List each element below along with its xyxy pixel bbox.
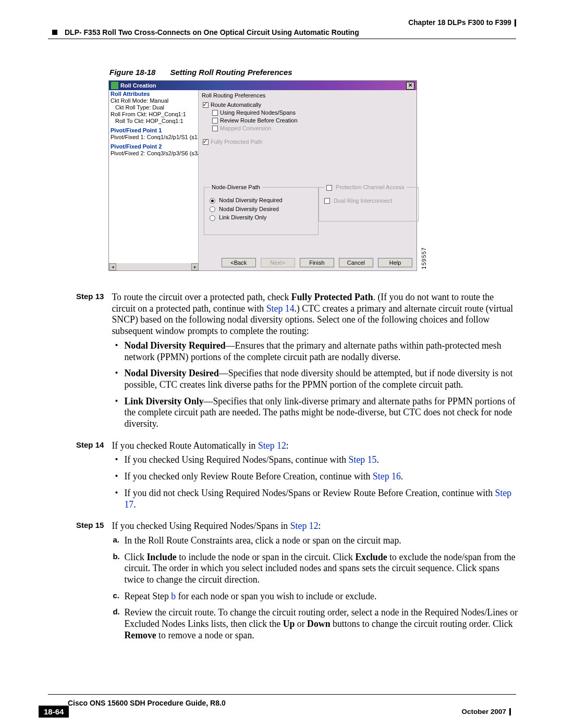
step-14-label: Step 14: [76, 440, 109, 450]
radio-icon[interactable]: [210, 215, 215, 221]
step-15-text: If you checked Using Required Nodes/Span…: [112, 521, 518, 646]
hscrollbar[interactable]: ◂ ▸: [109, 263, 199, 270]
step15-d: d.Review the circuit route. To change th…: [124, 607, 518, 641]
protection-channel-legend: Protection Channel Access: [324, 184, 407, 191]
radio-selected-icon[interactable]: [210, 198, 215, 204]
attr-from: Roll From Ckt: HOP_Conq1:1: [109, 111, 198, 118]
link-diversity-only[interactable]: Link Diversity Only: [210, 214, 313, 221]
link-step16[interactable]: Step 16: [373, 471, 401, 482]
link-step12[interactable]: Step 12: [258, 440, 286, 451]
dialog-title: Roll Creation: [120, 82, 406, 89]
dual-ring-interconnect: Dual Ring Interconnect: [324, 198, 413, 204]
radio-icon[interactable]: [210, 206, 215, 212]
header-rule: [48, 39, 516, 39]
next-button: Next>: [261, 258, 295, 267]
figure-caption: Figure 18-18Setting Roll Routing Prefere…: [109, 68, 292, 77]
using-required-nodes[interactable]: Using Required Nodes/Spans: [212, 109, 412, 116]
finish-button[interactable]: Finish: [300, 258, 334, 267]
scroll-right-icon[interactable]: ▸: [191, 263, 199, 270]
review-route[interactable]: Review Route Before Creation: [212, 117, 412, 124]
step14-bullet-1: If you checked Using Required Nodes/Span…: [124, 454, 518, 466]
prefs-head: Roll Routing Preferences: [202, 92, 412, 98]
roll-attributes-head: Roll Attributes: [109, 90, 198, 97]
checkbox-checked-icon[interactable]: [203, 102, 209, 108]
pivot1-head: Pivot/Fixed Point 1: [109, 127, 198, 134]
step13-bullet-3: Link Diversity Only—Specifies that only …: [124, 396, 518, 430]
attr-to: Roll To Ckt: HOP_Conq1:1: [109, 118, 198, 125]
help-button[interactable]: Help: [378, 258, 412, 267]
cancel-button[interactable]: Cancel: [339, 258, 373, 267]
step13-bullet-2: Nodal Diversity Desired—Specifies that n…: [124, 368, 518, 390]
step15-b: b.Click Include to include the node or s…: [124, 552, 518, 586]
fully-protected: Fully Protected Path: [203, 139, 412, 145]
scroll-left-icon[interactable]: ◂: [109, 263, 116, 270]
step-14-text: If you checked Route Automatically in St…: [112, 440, 518, 516]
roll-attributes-panel: Roll Attributes Ckt Roll Mode: Manual Ck…: [109, 90, 199, 270]
roll-creation-dialog: Roll Creation ✕ Roll Attributes Ckt Roll…: [108, 80, 417, 271]
link-step12-b[interactable]: Step 12: [290, 521, 319, 531]
mapped-conversion: Mapped Conversion: [212, 125, 412, 131]
app-icon: [111, 82, 118, 89]
footer-date: October 2007: [461, 708, 511, 715]
page-number: 18-64: [39, 706, 69, 718]
nodal-diversity-required[interactable]: Nodal Diversity Required: [210, 197, 313, 204]
pivot1-line: Pivot/Fixed 1: Conq1/s2/p1/S1 (s12/p1/S: [109, 134, 198, 141]
checkbox-disabled-icon: [326, 185, 332, 191]
back-button[interactable]: <Back: [222, 258, 256, 267]
nodal-diversity-desired[interactable]: Nodal Diversity Desired: [210, 206, 313, 213]
checkbox-icon[interactable]: [212, 110, 218, 116]
footer-rule: [48, 694, 516, 695]
button-bar: <Back Next> Finish Cancel Help: [218, 258, 412, 267]
header-dlp: DLP- F353 Roll Two Cross-Connects on One…: [52, 28, 359, 36]
pivot2-line: Pivot/Fixed 2: Conq3/s2/p3/S6 (s3/p1/S1: [109, 150, 198, 157]
step-15-label: Step 15: [76, 521, 109, 530]
checkbox-checked-disabled-icon: [203, 139, 209, 145]
step-13-label: Step 13: [76, 292, 109, 301]
attr-rollmode: Ckt Roll Mode: Manual: [109, 97, 198, 104]
checkbox-icon[interactable]: [212, 118, 218, 124]
checkbox-disabled-icon: [212, 126, 218, 131]
pivot2-head: Pivot/Fixed Point 2: [109, 143, 198, 150]
footer-guide: Cisco ONS 15600 SDH Procedure Guide, R8.…: [68, 699, 226, 707]
link-step15[interactable]: Step 15: [349, 454, 377, 465]
node-diverse-fieldset: Node-Diverse Path Nodal Diversity Requir…: [204, 187, 319, 235]
route-automatically[interactable]: Route Automatically: [203, 102, 412, 108]
link-step14[interactable]: Step 14: [266, 303, 295, 314]
step13-bullet-1: Nodal Diversity Required—Ensures that th…: [124, 340, 518, 363]
step-13-text: To route the circuit over a protected pa…: [112, 292, 518, 435]
attr-rolltype: Ckt Roll Type: Dual: [109, 104, 198, 111]
node-diverse-legend: Node-Diverse Path: [210, 184, 262, 190]
step14-bullet-3: If you did not check Using Required Node…: [124, 488, 518, 510]
close-icon[interactable]: ✕: [406, 82, 414, 90]
dialog-titlebar[interactable]: Roll Creation ✕: [109, 81, 417, 90]
checkbox-disabled-icon: [324, 198, 330, 204]
protection-channel-fieldset: Protection Channel Access Dual Ring Inte…: [319, 187, 419, 221]
step15-a: a.In the Roll Route Constraints area, cl…: [124, 535, 518, 547]
step14-bullet-2: If you checked only Review Route Before …: [124, 471, 518, 483]
image-id: 159557: [421, 247, 427, 269]
link-step-b[interactable]: b: [171, 591, 176, 601]
header-chapter: Chapter 18 DLPs F300 to F399: [408, 19, 516, 27]
step15-c: c.Repeat Step b for each node or span yo…: [124, 591, 518, 602]
